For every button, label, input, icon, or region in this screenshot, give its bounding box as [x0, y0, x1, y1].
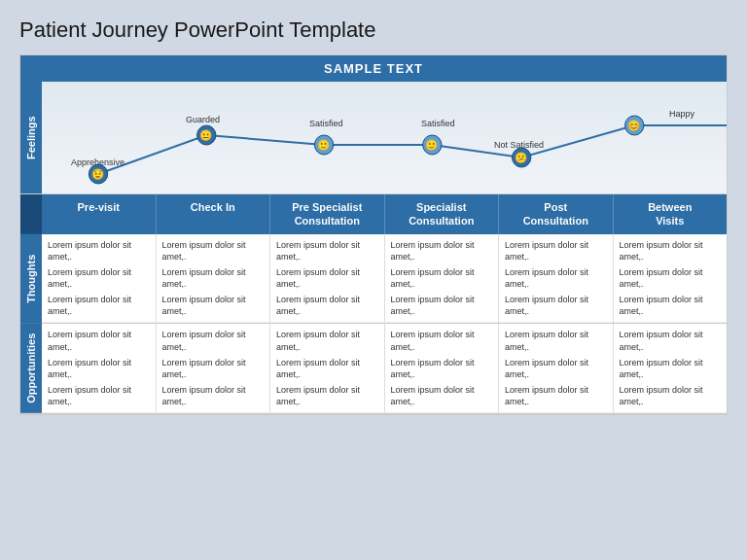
- list-item: Lorem ipsum dolor sit amet,.: [276, 384, 378, 407]
- header-specialist: SpecialistConsultation: [385, 194, 500, 234]
- list-item: Lorem ipsum dolor sit amet,.: [276, 357, 378, 380]
- opportunities-cells: Lorem ipsum dolor sit amet,. Lorem ipsum…: [42, 324, 727, 413]
- feelings-section: Feelings 😟 😐: [20, 82, 727, 194]
- page-title: Patient Journey PowerPoint Template: [19, 18, 728, 43]
- feelings-chart: 😟 😐 🙂 🙂 😕 😊 Apprehensive Guarded: [42, 82, 727, 193]
- list-item: Lorem ipsum dolor sit amet,.: [505, 239, 607, 262]
- thoughts-cells: Lorem ipsum dolor sit amet,. Lorem ipsum…: [42, 234, 727, 324]
- list-item: Lorem ipsum dolor sit amet,.: [162, 266, 265, 290]
- svg-text:😟: 😟: [91, 167, 105, 181]
- opportunities-col2: Lorem ipsum dolor sit amet,. Lorem ipsum…: [157, 324, 271, 413]
- thoughts-col3: Lorem ipsum dolor sit amet,. Lorem ipsum…: [270, 234, 385, 324]
- list-item: Lorem ipsum dolor sit amet,.: [620, 239, 722, 262]
- list-item: Lorem ipsum dolor sit amet,.: [48, 357, 150, 380]
- list-item: Lorem ipsum dolor sit amet,.: [391, 329, 493, 352]
- annotation-happy: Happy: [669, 109, 694, 119]
- list-item: Lorem ipsum dolor sit amet,.: [620, 384, 722, 407]
- list-item: Lorem ipsum dolor sit amet,.: [162, 357, 265, 380]
- list-item: Lorem ipsum dolor sit amet,.: [48, 294, 150, 317]
- thoughts-label: Thoughts: [20, 234, 42, 324]
- svg-text:🙂: 🙂: [425, 138, 439, 152]
- opportunities-col5: Lorem ipsum dolor sit amet,. Lorem ipsum…: [499, 324, 614, 413]
- list-item: Lorem ipsum dolor sit amet,.: [276, 329, 378, 352]
- opportunities-col1: Lorem ipsum dolor sit amet,. Lorem ipsum…: [42, 324, 157, 413]
- list-item: Lorem ipsum dolor sit amet,.: [48, 384, 150, 407]
- list-item: Lorem ipsum dolor sit amet,.: [391, 384, 493, 407]
- sample-text-bar: SAMPLE TEXT: [20, 55, 727, 82]
- list-item: Lorem ipsum dolor sit amet,.: [391, 294, 493, 317]
- list-item: Lorem ipsum dolor sit amet,.: [505, 357, 607, 380]
- thoughts-section: Thoughts Lorem ipsum dolor sit amet,. Lo…: [20, 234, 727, 325]
- list-item: Lorem ipsum dolor sit amet,.: [620, 329, 722, 352]
- annotation-satisfied2: Satisfied: [421, 119, 455, 128]
- main-container: SAMPLE TEXT Feelings 😟: [19, 54, 728, 415]
- headers-row: Pre-visit Check In Pre SpecialistConsult…: [20, 194, 727, 234]
- svg-rect-0: [42, 82, 727, 193]
- opportunities-label: Opportunities: [20, 324, 42, 413]
- list-item: Lorem ipsum dolor sit amet,.: [162, 329, 265, 352]
- list-item: Lorem ipsum dolor sit amet,.: [162, 294, 265, 317]
- list-item: Lorem ipsum dolor sit amet,.: [276, 266, 378, 290]
- list-item: Lorem ipsum dolor sit amet,.: [48, 266, 150, 290]
- list-item: Lorem ipsum dolor sit amet,.: [391, 357, 493, 380]
- annotation-guarded: Guarded: [186, 115, 220, 124]
- list-item: Lorem ipsum dolor sit amet,.: [48, 239, 150, 262]
- annotation-satisfied1: Satisfied: [309, 119, 343, 128]
- opportunities-col4: Lorem ipsum dolor sit amet,. Lorem ipsum…: [385, 324, 500, 413]
- thoughts-col1: Lorem ipsum dolor sit amet,. Lorem ipsum…: [42, 234, 157, 324]
- annotation-apprehensive: Apprehensive: [71, 158, 124, 167]
- list-item: Lorem ipsum dolor sit amet,.: [162, 239, 265, 262]
- thoughts-col2: Lorem ipsum dolor sit amet,. Lorem ipsum…: [157, 234, 271, 324]
- feelings-label: Feelings: [20, 82, 42, 193]
- list-item: Lorem ipsum dolor sit amet,.: [162, 384, 265, 407]
- list-item: Lorem ipsum dolor sit amet,.: [620, 266, 722, 290]
- header-prespecialist: Pre SpecialistConsultation: [270, 194, 385, 234]
- feelings-svg: 😟 😐 🙂 🙂 😕 😊: [42, 82, 727, 193]
- column-headers: Pre-visit Check In Pre SpecialistConsult…: [42, 194, 727, 234]
- svg-text:😕: 😕: [515, 151, 528, 164]
- list-item: Lorem ipsum dolor sit amet,.: [391, 266, 493, 290]
- header-checkin: Check In: [157, 194, 271, 234]
- annotation-not-satisfied: Not Satisfied: [494, 140, 544, 150]
- thoughts-col6: Lorem ipsum dolor sit amet,. Lorem ipsum…: [614, 234, 728, 324]
- list-item: Lorem ipsum dolor sit amet,.: [505, 384, 607, 407]
- list-item: Lorem ipsum dolor sit amet,.: [505, 294, 607, 317]
- list-item: Lorem ipsum dolor sit amet,.: [505, 329, 607, 352]
- header-betweenvisits: BetweenVisits: [614, 194, 728, 234]
- list-item: Lorem ipsum dolor sit amet,.: [391, 239, 493, 262]
- opportunities-col3: Lorem ipsum dolor sit amet,. Lorem ipsum…: [270, 324, 385, 413]
- thoughts-col4: Lorem ipsum dolor sit amet,. Lorem ipsum…: [385, 234, 500, 324]
- thoughts-col5: Lorem ipsum dolor sit amet,. Lorem ipsum…: [499, 234, 614, 324]
- list-item: Lorem ipsum dolor sit amet,.: [276, 239, 378, 262]
- list-item: Lorem ipsum dolor sit amet,.: [505, 266, 607, 290]
- opportunities-col6: Lorem ipsum dolor sit amet,. Lorem ipsum…: [614, 324, 728, 413]
- list-item: Lorem ipsum dolor sit amet,.: [620, 294, 722, 317]
- header-previsit: Pre-visit: [42, 194, 157, 234]
- svg-text:😐: 😐: [199, 128, 213, 142]
- list-item: Lorem ipsum dolor sit amet,.: [620, 357, 722, 380]
- opportunities-section: Opportunities Lorem ipsum dolor sit amet…: [20, 324, 727, 414]
- list-item: Lorem ipsum dolor sit amet,.: [276, 294, 378, 317]
- header-postconsult: PostConsultation: [499, 194, 614, 234]
- svg-text:🙂: 🙂: [317, 138, 331, 152]
- list-item: Lorem ipsum dolor sit amet,.: [48, 329, 150, 352]
- svg-text:😊: 😊: [627, 119, 641, 132]
